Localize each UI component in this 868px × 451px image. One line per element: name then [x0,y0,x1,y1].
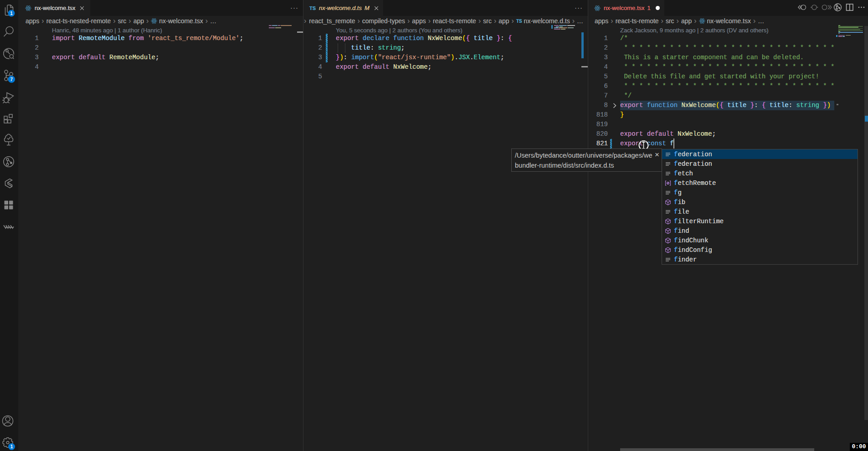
svg-text:1: 1 [10,11,13,16]
svg-text:7: 7 [10,77,13,82]
svg-text:1: 1 [10,444,13,449]
